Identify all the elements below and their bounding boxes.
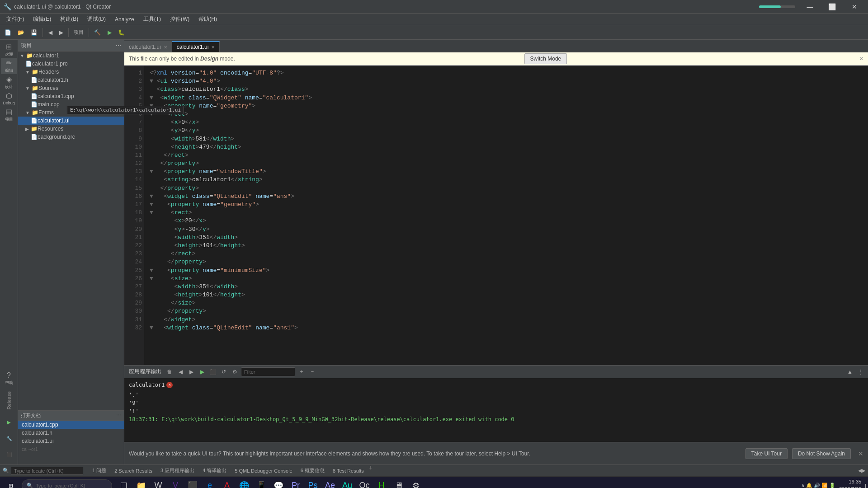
bt-settings[interactable]: ⚙	[230, 367, 239, 376]
menu-debug[interactable]: 调试(D)	[83, 14, 110, 25]
bt-add[interactable]: ＋	[297, 367, 306, 376]
show-desktop[interactable]: |	[865, 483, 866, 488]
taskbar-wechat[interactable]: 💬	[270, 478, 287, 488]
code-content[interactable]: <?xml version="1.0" encoding="UTF-8"?> ▼…	[144, 66, 868, 365]
toolbar-back[interactable]: ◀	[45, 28, 55, 38]
start-button[interactable]: ⊞	[2, 477, 20, 488]
icon-build-bottom[interactable]: 🔧	[1, 430, 17, 446]
info-bar-close[interactable]: ✕	[859, 56, 863, 62]
menu-controls[interactable]: 控件(W)	[165, 14, 194, 25]
taskbar-acrobat[interactable]: A	[219, 478, 235, 488]
status-tab-compile[interactable]: 4 编译输出	[199, 465, 230, 477]
taskbar-app17[interactable]: ⚙	[408, 478, 424, 488]
status-tab-output[interactable]: 3 应用程序输出	[157, 465, 198, 477]
icon-edit[interactable]: ✏ 编辑	[1, 58, 17, 74]
taskbar-photoshop[interactable]: Ps	[305, 478, 321, 488]
bt-restart[interactable]: ↺	[219, 367, 228, 376]
toolbar-open[interactable]: 📂	[15, 28, 27, 38]
taskbar-premiere[interactable]: Pr	[288, 478, 304, 488]
taskbar-qc[interactable]: Qc	[356, 478, 373, 488]
status-tab-general[interactable]: 6 概要信息	[297, 465, 328, 477]
tree-cpp-file[interactable]: 📄 calculator1.cpp	[18, 92, 124, 100]
tree-ui-file[interactable]: 📄 calculator1.ui	[18, 117, 124, 125]
taskbar-vs[interactable]: V	[167, 478, 184, 488]
status-right-controls: ◀▶	[858, 468, 865, 474]
status-tab-search[interactable]: 2 Search Results	[111, 465, 156, 477]
filter-input[interactable]	[241, 367, 295, 376]
menu-analyze[interactable]: Analyze	[110, 14, 139, 25]
tree-h-file[interactable]: 📄 calculator1.h	[18, 76, 124, 84]
bt-clear[interactable]: 🗑	[165, 367, 174, 376]
menu-file[interactable]: 文件(F)	[2, 14, 28, 25]
taskbar-chrome[interactable]: 🌐	[236, 478, 252, 488]
toolbar-forward[interactable]: ▶	[56, 28, 66, 38]
tab-calculator1-ui-inactive[interactable]: calculator1.ui ✕	[124, 41, 172, 52]
h-file-icon: 📄	[31, 77, 38, 83]
taskbar-search[interactable]: 🔍 Type to locate (Ctrl+K)	[22, 479, 112, 488]
taskbar-remote[interactable]: 🖥	[391, 478, 407, 488]
tree-sources-folder[interactable]: ▼ 📁 Sources	[18, 84, 124, 92]
tab-close-inactive[interactable]: ✕	[164, 45, 167, 50]
tree-root[interactable]: ▼ 📁 calculator1	[18, 52, 124, 60]
tab-calculator1-ui-active[interactable]: calculator1.ui ✕	[172, 41, 220, 52]
notification-close[interactable]: ✕	[858, 450, 863, 457]
taskbar-app8[interactable]: 📱	[253, 478, 269, 488]
taskbar-audition[interactable]: Au	[339, 478, 355, 488]
maximize-button[interactable]: ⬜	[822, 0, 842, 14]
toolbar-build[interactable]: 🔨	[91, 28, 104, 38]
status-tab-test[interactable]: 8 Test Results	[329, 465, 368, 477]
design-icon: ◈	[6, 75, 12, 84]
no-show-button[interactable]: Do Not Show Again	[792, 448, 851, 459]
bt-more[interactable]: ⋮	[856, 367, 865, 376]
switch-mode-button[interactable]: Switch Mode	[524, 53, 567, 64]
tree-qrc-file[interactable]: 📄 background.qrc	[18, 133, 124, 141]
open-file-ui[interactable]: calculator1.ui	[18, 437, 124, 445]
icon-help[interactable]: ? 帮助	[1, 371, 17, 387]
bt-prev[interactable]: ◀	[176, 367, 185, 376]
bt-expand[interactable]: ▲	[845, 367, 854, 376]
icon-design[interactable]: ◈ 设计	[1, 74, 17, 90]
icon-run-bottom[interactable]: ▶	[1, 414, 17, 430]
toolbar-new[interactable]: 📄	[2, 28, 14, 38]
taskbar-ae[interactable]: Ae	[322, 478, 338, 488]
status-tab-qml[interactable]: 5 QML Debugger Console	[231, 465, 296, 477]
menu-edit[interactable]: 编辑(E)	[28, 14, 56, 25]
menu-help[interactable]: 帮助(H)	[194, 14, 222, 25]
progress-fill	[759, 5, 781, 8]
bt-stop[interactable]: ⬛	[208, 367, 217, 376]
icon-debug[interactable]: ⬡ Debug	[1, 90, 17, 107]
taskbar-task-view[interactable]: ❑	[116, 478, 132, 488]
tree-pro-file[interactable]: 📄 calculator1.pro	[18, 60, 124, 68]
close-button[interactable]: ✕	[844, 0, 864, 14]
taskbar-word[interactable]: W	[150, 478, 166, 488]
taskbar-vscode[interactable]: ⬛	[184, 478, 201, 488]
project-header-controls[interactable]: ⋯	[116, 42, 121, 49]
icon-welcome[interactable]: ⊞ 欢迎	[1, 42, 17, 58]
code-editor[interactable]: 12345 678910 1112131415 1617181920 21222…	[124, 66, 868, 365]
tab-close-active[interactable]: ✕	[211, 45, 215, 50]
toolbar-run[interactable]: ▶	[104, 28, 114, 38]
taskbar-explorer[interactable]: 📁	[133, 478, 149, 488]
tree-headers-folder[interactable]: ▼ 📁 Headers	[18, 68, 124, 76]
open-file-cpp[interactable]: calculator1.cpp	[18, 421, 124, 429]
tour-button[interactable]: Take UI Tour	[745, 448, 788, 459]
toolbar-debug-run[interactable]: 🐛	[115, 28, 127, 38]
bt-next[interactable]: ▶	[187, 367, 196, 376]
icon-stop-bottom[interactable]: ⬛	[1, 446, 17, 463]
bt-remove[interactable]: －	[308, 367, 317, 376]
toolbar-save[interactable]: 💾	[28, 28, 40, 38]
menu-build[interactable]: 构建(B)	[56, 14, 83, 25]
tooltip-text: E:\qt\work\calculator1\calculator1.ui	[70, 107, 181, 113]
taskbar-hbuilder[interactable]: H	[373, 478, 390, 488]
status-tab-problems[interactable]: 1 问题	[89, 465, 110, 477]
locate-input[interactable]	[11, 467, 83, 475]
pro-file-icon: 📄	[25, 61, 32, 67]
open-file-h[interactable]: calculator1.h	[18, 429, 124, 437]
tree-resources-folder[interactable]: ▶ 📁 Resources	[18, 125, 124, 133]
icon-project[interactable]: ▤ 项目	[1, 107, 17, 123]
bt-run[interactable]: ▶	[198, 367, 207, 376]
minimize-button[interactable]: —	[800, 0, 820, 14]
taskbar-edge[interactable]: e	[202, 478, 218, 488]
menu-tools[interactable]: 工具(T)	[139, 14, 165, 25]
open-files-controls[interactable]: ⋯	[116, 413, 121, 418]
